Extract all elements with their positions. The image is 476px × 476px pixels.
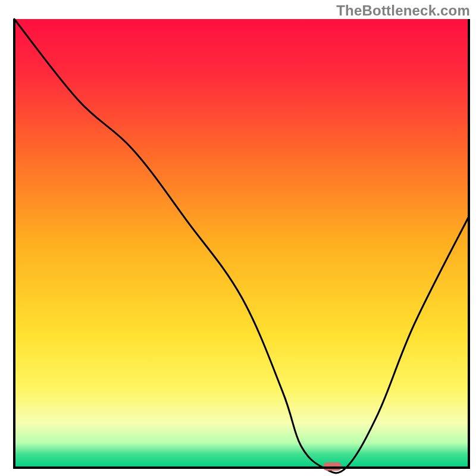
plot-background xyxy=(14,19,469,468)
bottleneck-chart xyxy=(0,0,476,476)
chart-container: TheBottleneck.com xyxy=(0,0,476,476)
watermark-label: TheBottleneck.com xyxy=(336,2,470,19)
